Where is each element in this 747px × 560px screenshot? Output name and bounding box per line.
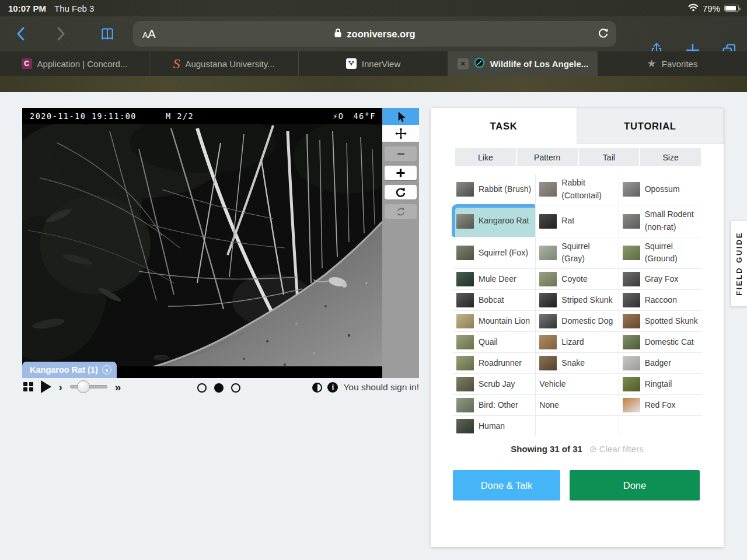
animal-thumbnail: [623, 214, 640, 229]
animal-label: Rat: [561, 215, 574, 228]
star-icon: ★: [647, 57, 657, 70]
zoom-in-button[interactable]: [385, 166, 417, 180]
forward-button[interactable]: [48, 21, 74, 47]
thumbnail-grid-icon[interactable]: [23, 382, 33, 392]
animal-thumbnail: [539, 314, 557, 328]
animal-label: Snake: [561, 357, 585, 370]
animal-label: Red Fox: [645, 399, 676, 412]
animal-option[interactable]: Scrub Jay: [453, 374, 536, 395]
annotate-pointer-button[interactable]: [382, 108, 419, 125]
animal-option[interactable]: Squirrel (Gray): [536, 237, 619, 269]
animal-option[interactable]: Red Fox: [619, 395, 702, 416]
innerview-logo-icon: [346, 58, 357, 69]
animal-label: Small Rodent (non-rat): [645, 208, 699, 233]
filter-row: Like Pattern Tail Size: [455, 148, 701, 166]
animal-option[interactable]: Vehicle: [536, 374, 619, 395]
camera-flash-indicator: ⚡O: [333, 111, 344, 121]
animal-option[interactable]: Kangaroo Rat: [453, 205, 536, 237]
animal-thumbnail: [539, 293, 557, 307]
play-button[interactable]: [41, 380, 51, 393]
script-s-icon: S: [173, 58, 180, 69]
tab-task[interactable]: TASK: [431, 108, 577, 144]
animal-option[interactable]: Squirrel (Ground): [619, 237, 702, 269]
animal-option[interactable]: Snake: [536, 353, 619, 374]
tab-strip: C Application | Concord... S Augustana U…: [0, 51, 747, 76]
animal-option[interactable]: Rat: [536, 205, 619, 237]
tab-tutorial[interactable]: TUTORIAL: [577, 108, 724, 144]
animal-option[interactable]: Domestic Cat: [619, 332, 702, 353]
zoom-out-button[interactable]: [385, 146, 417, 161]
animal-option[interactable]: Opossum: [619, 174, 702, 205]
back-button[interactable]: [8, 21, 34, 47]
animal-option[interactable]: Lizard: [536, 332, 619, 353]
animal-option[interactable]: Bobcat: [453, 290, 536, 311]
animal-option[interactable]: None: [536, 395, 619, 416]
animal-thumbnail: [456, 335, 474, 349]
step-forward-icon[interactable]: ›: [59, 382, 62, 393]
address-bar[interactable]: AA zooniverse.org: [133, 21, 616, 47]
invert-colors-icon[interactable]: [312, 383, 322, 393]
move-tool-button[interactable]: [382, 125, 419, 142]
close-tab-icon[interactable]: ✕: [458, 58, 469, 69]
slider-knob[interactable]: [77, 380, 90, 393]
animal-label: Gray Fox: [645, 273, 679, 286]
browser-tab-innerview[interactable]: InnerView: [299, 51, 448, 76]
browser-tab-wildlife-active[interactable]: ✕ Wildlife of Los Angele...: [448, 51, 598, 76]
animal-option[interactable]: Striped Skunk: [536, 290, 619, 311]
animal-thumbnail: [623, 356, 640, 370]
zooniverse-compass-icon: [474, 57, 485, 70]
frame-dot-3[interactable]: [231, 383, 240, 393]
camera-trap-photo[interactable]: 2020-11-10 19:11:00 M 2/2 ⚡O 46°F Kangar…: [22, 108, 382, 378]
reader-view-button[interactable]: AA: [142, 27, 156, 41]
animal-thumbnail: [539, 335, 557, 349]
animal-option[interactable]: Ringtail: [619, 374, 702, 395]
animal-label: Quail: [479, 336, 498, 349]
animal-option[interactable]: Coyote: [536, 269, 619, 290]
animal-option[interactable]: Roadrunner: [453, 353, 536, 374]
reload-button[interactable]: [597, 27, 609, 41]
animal-option[interactable]: Domestic Dog: [536, 311, 619, 332]
filter-pattern[interactable]: Pattern: [517, 148, 578, 166]
frame-dot-2-active[interactable]: [214, 383, 224, 393]
remove-annotation-icon[interactable]: x: [102, 365, 111, 374]
animal-thumbnail: [456, 377, 474, 391]
done-and-talk-button[interactable]: Done & Talk: [453, 470, 560, 501]
animal-thumbnail: [539, 356, 557, 370]
animal-option[interactable]: Mountain Lion: [453, 311, 536, 332]
filter-size[interactable]: Size: [640, 148, 701, 166]
animal-label: Spotted Skunk: [645, 315, 698, 328]
clear-filters-link[interactable]: ⊘ Clear filters: [589, 444, 644, 454]
filter-tail[interactable]: Tail: [579, 148, 640, 166]
field-guide-tab[interactable]: FIELD GUIDE: [731, 220, 747, 307]
animal-option[interactable]: Gray Fox: [619, 269, 702, 290]
animal-label: Domestic Dog: [561, 315, 613, 328]
done-button[interactable]: Done: [570, 470, 700, 501]
annotation-label-pill[interactable]: Kangaroo Rat (1) x: [22, 362, 117, 378]
animal-option[interactable]: Badger: [619, 353, 702, 374]
animal-label: Kangaroo Rat: [479, 215, 529, 228]
animal-option[interactable]: Squirrel (Fox): [453, 237, 536, 269]
browser-tab-application[interactable]: C Application | Concord...: [0, 51, 149, 76]
animal-option[interactable]: Small Rodent (non-rat): [619, 205, 702, 237]
bookmarks-icon[interactable]: [95, 21, 120, 47]
frame-dot-1[interactable]: [197, 383, 207, 393]
animal-option[interactable]: Rabbit (Brush): [453, 174, 536, 205]
animal-option[interactable]: Quail: [453, 332, 536, 353]
info-icon[interactable]: i: [327, 382, 338, 393]
animal-option[interactable]: Bird: Other: [453, 395, 536, 416]
animal-thumbnail: [623, 335, 640, 349]
filter-like[interactable]: Like: [455, 148, 516, 166]
animal-option[interactable]: Spotted Skunk: [619, 311, 702, 332]
browser-tab-augustana[interactable]: S Augustana University...: [149, 51, 299, 76]
animal-option[interactable]: Mule Deer: [453, 269, 536, 290]
browser-tab-favorites[interactable]: ★ Favorites: [598, 51, 747, 76]
animal-option[interactable]: Raccoon: [619, 290, 702, 311]
animal-option[interactable]: Rabbit (Cottontail): [536, 174, 619, 205]
rotate-button[interactable]: [385, 185, 417, 200]
reset-view-button[interactable]: [385, 204, 417, 219]
url-text: zooniverse.org: [347, 29, 415, 40]
fast-forward-icon[interactable]: »: [115, 382, 121, 393]
animal-option[interactable]: Human: [453, 416, 536, 436]
playback-speed-slider[interactable]: [70, 380, 107, 393]
animal-thumbnail: [539, 246, 557, 260]
